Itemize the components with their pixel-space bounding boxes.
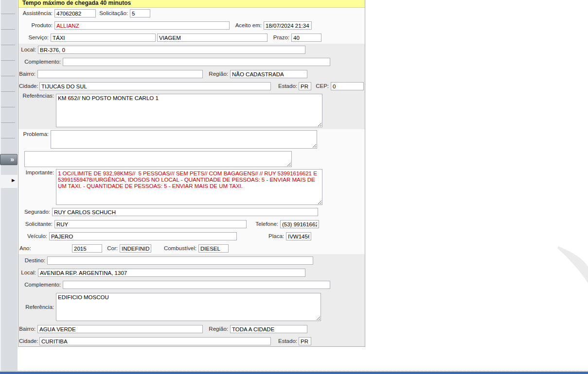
double-chevron-right-icon: » — [10, 155, 14, 163]
aceito-em-input[interactable] — [264, 21, 312, 30]
footer-blue-bar — [0, 372, 588, 374]
importante-label: Importante: — [18, 170, 54, 176]
destino-label: Destino: — [16, 257, 45, 264]
sidebar-separator — [1, 122, 15, 123]
telefone-label: Telefone: — [249, 221, 278, 227]
bairro-origem-label: Bairro: — [18, 71, 36, 77]
veiculo-label: Veículo: — [18, 233, 47, 239]
aceito-em-label: Aceito em: — [228, 22, 262, 29]
telefone-input[interactable] — [280, 220, 319, 228]
referencias-origem-textarea[interactable]: KM 652// NO POSTO MONTE CARLO 1 — [56, 94, 322, 127]
solicitante-input[interactable] — [54, 220, 247, 228]
veiculo-input[interactable] — [49, 232, 237, 240]
cor-label: Cor: — [98, 245, 118, 252]
sidebar-separator — [1, 14, 15, 14]
regiao-origem-input[interactable] — [230, 70, 307, 78]
combustivel-label: Combustível: — [158, 245, 196, 252]
servico-tipo-input[interactable] — [157, 34, 267, 42]
cidade-destino-input[interactable] — [39, 337, 271, 345]
local-destino-input[interactable] — [38, 269, 305, 277]
sidebar-separator — [1, 60, 15, 61]
referencias-origem-label: Referências: — [18, 93, 54, 99]
servico-input[interactable] — [51, 34, 156, 42]
produto-label: Produto: — [18, 22, 53, 29]
placa-input[interactable] — [286, 232, 311, 240]
bairro-destino-input[interactable] — [37, 325, 203, 333]
produto-input[interactable] — [54, 21, 230, 30]
solicitacao-input[interactable] — [130, 9, 150, 17]
observacao-textarea[interactable] — [24, 151, 292, 167]
local-origem-input[interactable] — [38, 46, 305, 54]
cidade-origem-label: Cidade: — [19, 83, 37, 89]
assistencia-input[interactable] — [54, 9, 96, 17]
regiao-origem-label: Região: — [194, 71, 228, 77]
solicitante-label: Solicitante: — [18, 221, 53, 227]
sidebar-separator — [1, 91, 15, 92]
complemento-destino-input[interactable] — [63, 281, 330, 289]
problema-textarea[interactable] — [51, 130, 317, 149]
referencia-destino-textarea[interactable]: EDIFICIO MOSCOU — [56, 293, 321, 321]
expand-arrow-icon[interactable]: ▶ — [12, 178, 15, 183]
ano-label: Ano: — [19, 245, 49, 252]
estado-destino-label: Estado: — [278, 338, 297, 344]
sidebar-separator — [1, 107, 15, 107]
cidade-origem-input[interactable] — [39, 82, 271, 90]
local-destino-label: Local: — [18, 270, 36, 276]
prazo-input[interactable] — [291, 34, 321, 42]
ano-input[interactable] — [72, 244, 102, 253]
estado-origem-label: Estado: — [278, 83, 297, 89]
sidebar-separator — [1, 138, 15, 138]
estado-destino-input[interactable] — [299, 337, 311, 345]
complemento-origem-input[interactable] — [63, 58, 330, 66]
estado-origem-input[interactable] — [299, 82, 311, 90]
referencia-destino-label: Referência: — [18, 304, 54, 310]
alert-header: Tempo máximo de chegada 40 minutos — [18, 0, 365, 8]
sidebar-separator — [1, 29, 15, 30]
local-origem-label: Local: — [18, 47, 36, 53]
regiao-destino-input[interactable] — [230, 325, 307, 333]
prazo-label: Prazo: — [255, 34, 289, 41]
destino-input[interactable] — [47, 256, 313, 265]
servico-label: Serviço: — [19, 34, 49, 41]
combustivel-input[interactable] — [198, 244, 229, 253]
assistance-form-page: » ▶ Tempo máximo de chegada 40 minutos A… — [0, 0, 588, 374]
complemento-origem-label: Complemento: — [19, 59, 61, 65]
sidebar-separator — [1, 76, 15, 76]
panel-border-bottom — [18, 346, 365, 347]
regiao-destino-label: Região: — [194, 326, 228, 332]
sidebar-separator — [1, 45, 15, 45]
problema-label: Problema: — [19, 131, 49, 137]
bairro-origem-input[interactable] — [37, 70, 203, 78]
panel-border-right — [365, 0, 365, 347]
expand-panel-button[interactable]: » — [0, 154, 18, 165]
cidade-destino-label: Cidade: — [19, 338, 37, 344]
cep-label: CEP: — [311, 83, 329, 89]
segurado-input[interactable] — [52, 208, 318, 216]
solicitacao-label: Solicitação: — [93, 10, 128, 17]
cep-input[interactable] — [331, 82, 364, 90]
footer-dotted-line — [0, 371, 588, 371]
importante-textarea[interactable]: 1 OC//LIMITE DE 932,98KMS// 5 PESSOAS///… — [56, 169, 322, 205]
complemento-destino-label: Complemento: — [19, 282, 61, 288]
placa-label: Placa: — [255, 233, 284, 239]
cor-input[interactable] — [120, 244, 151, 253]
segurado-label: Segurado: — [21, 209, 50, 215]
bairro-destino-label: Bairro: — [18, 326, 36, 332]
assistencia-label: Assistência: — [18, 10, 53, 17]
alert-header-title: Tempo máximo de chegada 40 minutos — [22, 0, 131, 6]
